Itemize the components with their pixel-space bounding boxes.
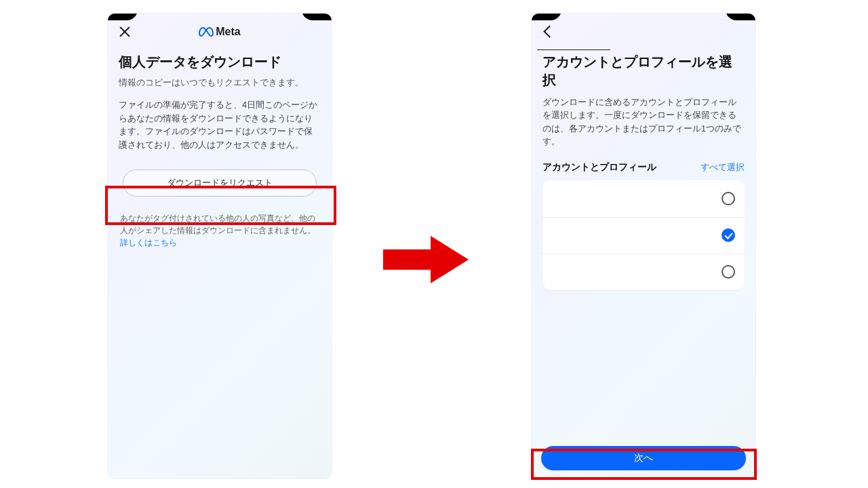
select-all-link[interactable]: すべて選択 bbox=[701, 161, 745, 174]
close-icon[interactable] bbox=[117, 24, 132, 39]
arrow-icon bbox=[383, 235, 469, 285]
meta-logo: Meta bbox=[199, 26, 240, 38]
account-list-card bbox=[542, 180, 745, 290]
tab-underline bbox=[537, 49, 610, 51]
top-bar bbox=[532, 14, 755, 50]
footnote-learn-more-link[interactable]: 詳しくはこちら bbox=[120, 239, 177, 247]
svg-marker-0 bbox=[383, 236, 469, 283]
footnote: あなたがタグ付けされている他の人の写真など、他の人がシェアした情報はダウンロード… bbox=[119, 213, 321, 249]
back-icon[interactable] bbox=[541, 24, 556, 39]
section-header-row: アカウントとプロフィール すべて選択 bbox=[542, 161, 745, 174]
page-title: 個人データをダウンロード bbox=[119, 53, 321, 71]
content-area: アカウントとプロフィールを選択 ダウンロードに含めるアカウントとプロフィールを選… bbox=[532, 53, 755, 290]
info-paragraph: ファイルの準備が完了すると、4日間このページからあなたの情報をダウンロードできる… bbox=[119, 99, 321, 152]
section-title: アカウントとプロフィール bbox=[542, 161, 656, 174]
bottom-bar: 次へ bbox=[532, 446, 755, 470]
list-item[interactable] bbox=[542, 217, 745, 253]
request-button-wrap: ダウンロードをリクエスト bbox=[119, 164, 321, 202]
request-download-button[interactable]: ダウンロードをリクエスト bbox=[123, 169, 317, 197]
list-item[interactable] bbox=[542, 180, 745, 217]
footnote-text: あなたがタグ付けされている他の人の写真など、他の人がシェアした情報はダウンロード… bbox=[120, 214, 315, 235]
phone-screen-select-account: アカウントとプロフィールを選択 ダウンロードに含めるアカウントとプロフィールを選… bbox=[532, 14, 755, 479]
radio-unchecked-icon[interactable] bbox=[722, 265, 735, 279]
next-button[interactable]: 次へ bbox=[541, 446, 746, 470]
top-bar: Meta bbox=[108, 14, 332, 50]
meta-logo-text: Meta bbox=[216, 26, 240, 38]
content-area: 個人データをダウンロード 情報のコピーはいつでもリクエストできます。 ファイルの… bbox=[108, 53, 332, 249]
phone-screen-download-info: Meta 個人データをダウンロード 情報のコピーはいつでもリクエストできます。 … bbox=[108, 14, 332, 479]
page-subtitle: 情報のコピーはいつでもリクエストできます。 bbox=[119, 77, 321, 89]
radio-checked-icon[interactable] bbox=[722, 228, 735, 242]
page-title: アカウントとプロフィールを選択 bbox=[542, 53, 745, 89]
radio-unchecked-icon[interactable] bbox=[722, 192, 735, 205]
list-item[interactable] bbox=[542, 253, 745, 290]
info-paragraph: ダウンロードに含めるアカウントとプロフィールを選択します。一度にダウンロードを保… bbox=[542, 96, 745, 149]
